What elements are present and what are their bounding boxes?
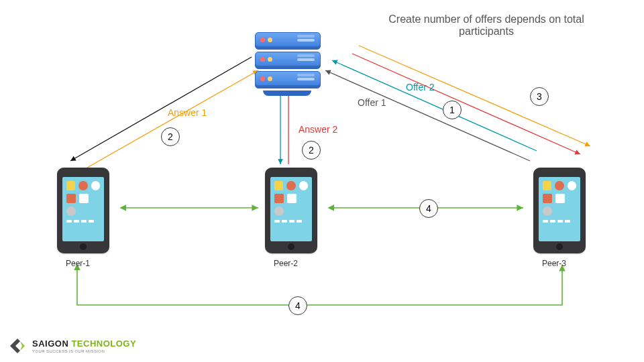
answer1-label: Answer 1 [168,107,207,118]
diagram-canvas: { "caption": "Create number of offers de… [0,0,644,362]
step-answer-p2: 2 [302,141,321,160]
peer3-device-icon [533,168,586,253]
arrow-peer1-answer1 [87,70,258,168]
logo-subtitle: YOUR SUCCESS IS OUR MISSION [32,349,136,353]
step-p2p-bottom: 4 [288,296,307,315]
peer2-device-icon [265,168,317,253]
brand-logo-icon [8,337,27,355]
arrow-distribute-red [352,54,580,154]
step-offers: 1 [443,101,462,119]
step-p2p: 4 [419,199,438,218]
brand-logo-text: SAIGON TECHNOLOGY YOUR SUCCESS IS OUR MI… [32,339,136,353]
offer2-label: Offer 2 [406,82,435,93]
answer2-label: Answer 2 [299,124,337,135]
peer2-label: Peer-2 [274,259,298,268]
caption-text: Create number of offers depends on total… [366,13,607,38]
arrow-server-to-peer1 [70,57,252,161]
logo-word-main: SAIGON [32,339,68,349]
brand-logo: SAIGON TECHNOLOGY YOUR SUCCESS IS OUR MI… [8,337,136,355]
peer1-device-icon [57,168,109,253]
arrow-p1-p3-bottom [77,265,562,305]
peer1-label: Peer-1 [66,259,90,268]
logo-word-accent: TECHNOLOGY [71,339,136,349]
signaling-server-icon [255,32,319,88]
offer1-label: Offer 1 [358,97,386,108]
arrow-distribute-orange [359,46,590,146]
step-answer-p1: 2 [161,127,180,146]
step-distribute: 3 [530,87,549,106]
peer3-label: Peer-3 [542,259,566,268]
